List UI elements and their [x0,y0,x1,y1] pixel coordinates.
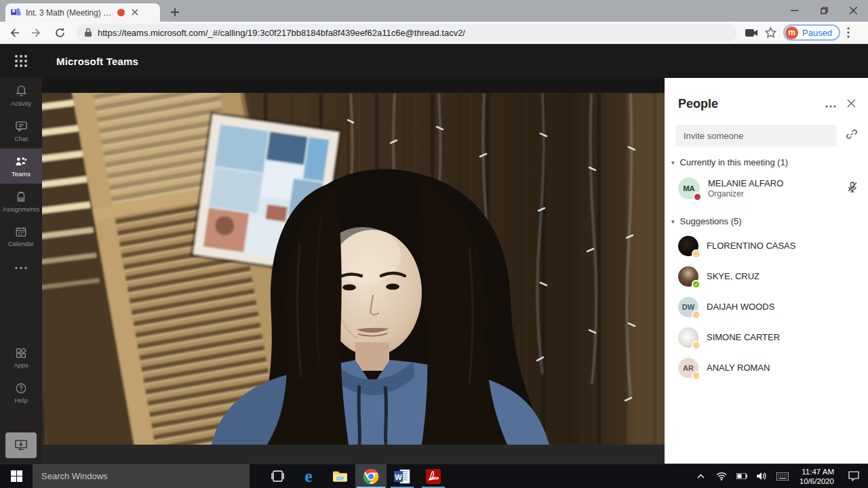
windows-taskbar: e W [0,464,868,488]
rail-label: Activity [11,100,31,107]
taskbar-clock[interactable]: 11:47 AM 10/6/2020 [793,467,840,486]
rail-label: Chat [14,135,28,142]
screen: Int. 3 Math (Meeting) | Micro [0,0,868,488]
teams-people-icon [14,155,28,168]
bell-icon [15,85,28,98]
avatar-photo [678,266,698,287]
participant-name: SIMONE CARTER [707,332,859,342]
wifi-icon[interactable] [711,472,732,481]
section-label: Currently in this meeting (1) [680,157,789,167]
participant-name: SKYE, CRUZ [707,271,859,281]
tab-close-icon[interactable] [130,7,140,18]
rail-item-chat[interactable]: Chat [0,113,42,148]
participant-video [42,93,665,445]
rail-label: Teams [12,170,31,178]
app-title: Microsoft Teams [56,56,138,67]
participant-row[interactable]: DW DAIJAH WOODS [665,291,868,322]
avatar-photo [678,236,698,256]
avatar-initials: DW [682,303,694,311]
rail-item-activity[interactable]: Activity [0,78,42,113]
file-explorer-button[interactable] [324,464,355,488]
action-center-icon[interactable] [840,471,868,481]
browser-toolbar: https://teams.microsoft.com/_#/calling/1… [0,22,868,44]
status-busy-icon [693,192,702,201]
acrobat-button[interactable] [418,464,449,488]
participant-row[interactable]: FLORENTINO CASAS [665,230,868,261]
chat-icon [15,120,28,133]
status-away-icon [692,310,701,319]
window-close-button[interactable] [838,0,868,20]
rail-item-calendar[interactable]: Calendar [0,219,42,254]
bookmark-star-icon[interactable] [765,27,776,39]
calendar-icon [15,226,27,238]
chrome-button[interactable] [355,464,387,488]
word-button[interactable]: W [387,464,418,488]
participant-row[interactable]: SKYE, CRUZ [665,261,868,291]
battery-icon[interactable] [732,473,752,479]
invite-someone-input[interactable] [675,125,837,146]
extension-paused-chip[interactable]: m Paused [783,24,840,41]
rail-item-help[interactable]: Help [0,375,42,411]
avatar-photo [678,327,698,348]
window-minimize-button[interactable] [779,0,809,20]
people-panel: People ▾ Currently in this meeting (1) [665,78,868,464]
forward-icon[interactable] [27,23,46,42]
participant-row[interactable]: MA MELANIE ALFARO Organizer [665,171,868,205]
participant-name: ANALY ROMAN [707,363,859,373]
folder-icon [332,470,348,483]
teams-left-rail: Activity Chat Teams Assignments [0,78,42,464]
paused-label: Paused [802,28,832,38]
participant-row[interactable]: SIMONE CARTER [665,322,868,352]
touch-keyboard-icon[interactable] [772,472,793,481]
start-button[interactable] [0,464,33,488]
rail-label: Calendar [8,240,35,247]
taskbar-search-input[interactable] [41,471,241,481]
status-available-icon [692,280,701,289]
section-suggestions[interactable]: ▾ Suggestions (5) [665,205,868,230]
windows-logo-icon [11,470,22,482]
people-more-options-icon[interactable] [825,98,836,110]
new-tab-button[interactable] [168,5,182,19]
reload-icon[interactable] [50,23,69,42]
tab-title: Int. 3 Math (Meeting) | Micro [26,8,113,18]
participant-role: Organizer [708,189,846,199]
rail-label: Help [14,396,28,404]
rail-more-apps-icon[interactable] [0,254,42,281]
avatar: DW [678,297,698,317]
chevron-down-icon: ▾ [671,159,675,166]
back-icon[interactable] [4,23,23,42]
volume-icon[interactable] [752,472,772,481]
lock-icon [84,28,92,37]
avatar-initials: AR [683,364,694,372]
avatar: MA [678,178,700,199]
camera-icon[interactable] [745,28,758,37]
task-view-button[interactable] [262,464,293,488]
rail-item-assignments[interactable]: Assignments [0,184,42,219]
chevron-down-icon: ▾ [671,218,675,225]
section-currently-in-meeting[interactable]: ▾ Currently in this meeting (1) [665,146,868,171]
browser-menu-icon[interactable] [847,27,850,38]
window-restore-button[interactable] [809,0,839,20]
svg-text:W: W [395,472,402,481]
teams-favicon [11,7,21,18]
tray-chevron-up-icon[interactable] [691,474,711,479]
chrome-icon [363,468,379,485]
address-bar[interactable]: https://teams.microsoft.com/_#/calling/1… [76,24,737,41]
people-close-icon[interactable] [847,98,856,110]
copy-join-link-icon[interactable] [845,127,859,144]
rail-item-apps[interactable]: Apps [0,340,42,375]
edge-button[interactable]: e [293,464,324,488]
taskbar-search-box[interactable] [33,464,250,488]
meeting-stage [42,78,665,464]
clock-date: 10/6/2020 [800,476,834,486]
avatar: AR [678,358,698,378]
download-desktop-app-button[interactable] [5,432,37,458]
stage-bottom-bar [42,445,665,464]
app-launcher-icon[interactable] [0,55,42,67]
rail-item-teams[interactable]: Teams [0,148,42,184]
apps-icon [15,347,27,359]
backpack-icon [15,190,27,203]
participant-row[interactable]: AR ANALY ROMAN [665,352,868,383]
browser-tab[interactable]: Int. 3 Math (Meeting) | Micro [5,3,160,22]
word-icon: W [394,469,410,484]
